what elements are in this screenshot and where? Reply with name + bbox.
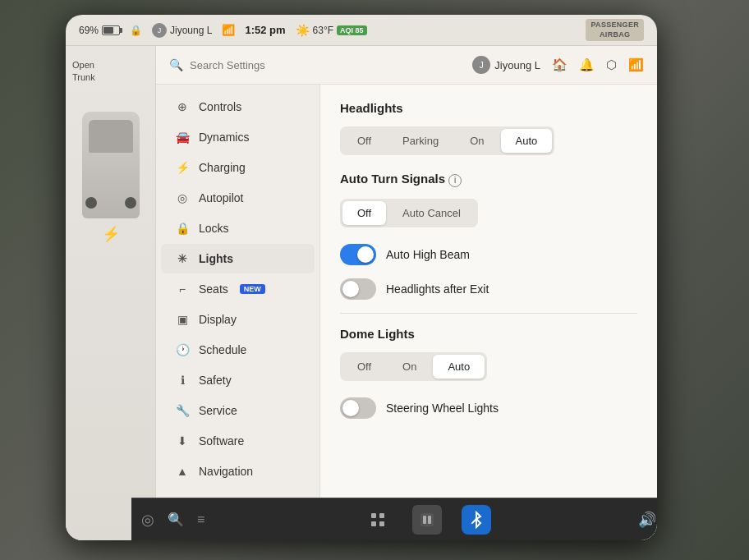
sidebar-label-charging: Charging [199,161,246,174]
car-illustration [82,112,140,218]
sidebar-label-software: Software [199,434,244,448]
sidebar-item-dynamics[interactable]: 🚘 Dynamics [161,122,315,152]
search-input[interactable] [190,59,466,71]
home-icon[interactable]: 🏠 [552,57,567,72]
search-icon: 🔍 [169,58,183,71]
settings-layout: ⊕ Controls 🚘 Dynamics ⚡ Charging ◎ Autop… [156,85,657,540]
content-panel: Headlights Off Parking On Auto Auto Turn… [320,85,657,540]
taskbar-info-icon[interactable] [412,505,442,535]
status-bar: 69% 🔒 J Jiyoung L 📶 1:52 pm ☀️ 63°F AQI … [66,15,657,46]
sidebar-item-schedule[interactable]: 🕐 Schedule [161,335,315,365]
header-username: Jiyoung L [494,59,540,71]
software-icon: ⬇ [174,434,191,448]
battery-indicator: 69% [79,25,120,36]
headlights-after-exit-label: Headlights after Exit [386,282,489,296]
main-area: Open Trunk ⚡ 🔍 J Jiyoung L [66,46,657,540]
sidebar-label-service: Service [199,404,237,417]
sidebar-label-dynamics: Dynamics [199,131,249,144]
sidebar-item-autopilot[interactable]: ◎ Autopilot [161,183,315,213]
headlights-after-exit-row: Headlights after Exit [340,278,637,300]
auto-high-beam-toggle[interactable] [340,244,376,265]
wifi-icon: 📶 [222,24,235,36]
left-panel: Open Trunk ⚡ [66,46,156,540]
svg-rect-0 [371,513,376,518]
sidebar-item-charging[interactable]: ⚡ Charging [161,153,315,182]
dome-on-btn[interactable]: On [388,355,431,379]
sidebar-item-service[interactable]: 🔧 Service [161,396,315,425]
svg-rect-3 [379,521,384,526]
header-user: J Jiyoung L [472,56,540,74]
locks-icon: 🔒 [174,222,191,235]
status-user: J Jiyoung L [152,23,212,38]
search-taskbar-icon[interactable]: 🔍 [168,512,184,527]
auto-turn-cancel-btn[interactable]: Auto Cancel [388,201,476,225]
svg-rect-2 [371,521,376,526]
sidebar-label-autopilot: Autopilot [199,191,243,204]
temperature: 63°F [313,25,333,36]
bluetooth-header-icon[interactable]: ⬡ [606,57,617,72]
battery-icon [102,25,120,35]
status-username: Jiyoung L [170,25,212,36]
auto-turn-off-btn[interactable]: Off [342,201,386,225]
steering-wheel-lights-label: Steering Wheel Lights [386,402,499,415]
svg-rect-4 [420,513,434,526]
steering-wheel-lights-toggle[interactable] [340,397,376,419]
sidebar-label-schedule: Schedule [199,343,246,356]
sidebar-item-safety[interactable]: ℹ Safety [161,365,315,395]
wifi-header-icon[interactable]: 📶 [628,57,644,72]
auto-high-beam-label: Auto High Beam [386,248,470,261]
dome-auto-btn[interactable]: Auto [433,355,485,379]
headlights-off-btn[interactable]: Off [342,129,386,153]
status-time: 1:52 pm [245,24,285,36]
service-icon: 🔧 [174,404,191,417]
sidebar-item-software[interactable]: ⬇ Software [161,426,315,456]
sidebar-label-navigation: Navigation [199,465,253,478]
lights-icon: ✳ [174,252,191,265]
auto-turn-control: Off Auto Cancel [340,199,478,227]
autopilot-icon: ◎ [174,191,191,204]
aqi-badge: AQI 85 [337,25,367,35]
auto-turn-info-icon[interactable]: i [448,174,462,187]
taskbar: ◎ 🔍 ≡ 🔊 [131,498,657,540]
charging-icon: ⚡ [174,161,191,174]
steering-wheel-lights-row: Steering Wheel Lights [340,397,637,419]
sidebar-item-seats[interactable]: ⌐ Seats NEW [161,274,315,304]
sidebar-item-lights[interactable]: ✳ Lights [161,244,315,273]
search-bar: 🔍 J Jiyoung L 🏠 🔔 ⬡ 📶 [156,46,657,85]
svg-rect-1 [379,513,384,518]
dome-lights-control: Off On Auto [340,352,487,381]
controls-icon: ⊕ [174,100,191,113]
navigation-icon: ▲ [174,465,191,478]
open-trunk-button[interactable]: Open Trunk [72,59,95,85]
volume-icon[interactable]: 🔊 [638,511,656,529]
header-avatar: J [472,56,490,74]
sidebar-label-lights: Lights [199,252,233,265]
bell-icon[interactable]: 🔔 [579,57,595,72]
schedule-icon: 🕐 [174,343,191,356]
dome-off-btn[interactable]: Off [342,355,386,379]
svg-rect-6 [428,516,431,524]
sidebar-label-seats: Seats [199,282,228,296]
svg-rect-5 [423,516,426,524]
display-icon: ▣ [174,313,191,326]
taskbar-grid-icon[interactable] [363,505,393,535]
sidebar-item-display[interactable]: ▣ Display [161,305,315,334]
sidebar-item-locks[interactable]: 🔒 Locks [161,213,315,243]
headlights-after-exit-toggle[interactable] [340,278,376,300]
settings-container: 🔍 J Jiyoung L 🏠 🔔 ⬡ 📶 [156,46,657,540]
sidebar-item-navigation[interactable]: ▲ Navigation [161,457,315,486]
auto-high-beam-row: Auto High Beam [340,244,637,265]
auto-turn-signals-title: Auto Turn Signals i [340,172,637,187]
media-icon[interactable]: ◎ [141,511,154,529]
dome-lights-title: Dome Lights [340,327,637,341]
headlights-title: Headlights [340,101,637,115]
headlights-auto-btn[interactable]: Auto [501,129,553,153]
headlights-parking-btn[interactable]: Parking [388,129,453,153]
sliders-icon[interactable]: ≡ [197,512,204,527]
headlights-on-btn[interactable]: On [455,129,499,153]
passenger-airbag-badge: PASSENGERAIRBAG [586,19,644,41]
weather-section: ☀️ 63°F AQI 85 [296,24,367,37]
sidebar-item-controls[interactable]: ⊕ Controls [161,92,315,122]
charging-indicator: ⚡ [102,225,120,243]
taskbar-bluetooth-icon[interactable] [462,505,491,535]
